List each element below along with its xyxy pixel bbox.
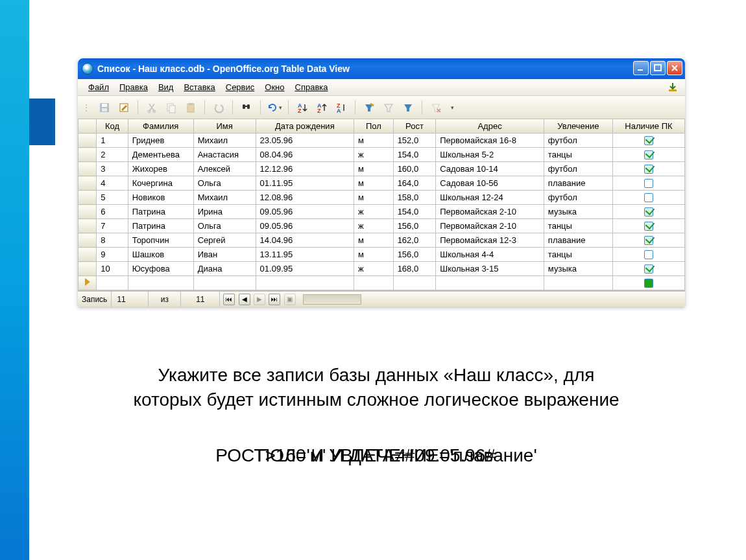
new-record-row[interactable] [78, 276, 685, 290]
cell-hobby[interactable]: плавание [544, 233, 612, 248]
record-number-input[interactable] [115, 294, 144, 305]
col-hobby[interactable]: Увлечение [544, 119, 612, 134]
cell-dob[interactable]: 14.04.96 [256, 233, 354, 248]
cell-addr[interactable]: Школьная 12-24 [436, 191, 544, 205]
cell-height[interactable]: 160,0 [393, 162, 436, 176]
cell-addr[interactable]: Садовая 10-56 [436, 176, 544, 191]
maximize-button[interactable] [650, 61, 666, 75]
cell-pc[interactable] [612, 219, 684, 233]
table-row[interactable]: 2ДементьеваАнастасия08.04.96ж154,0Школьн… [78, 148, 685, 162]
cell-addr[interactable]: Школьная 3-15 [436, 262, 544, 276]
cell-height[interactable]: 154,0 [393, 205, 436, 219]
cell-hobby[interactable]: музыка [544, 205, 612, 219]
checkbox-icon[interactable] [644, 264, 653, 274]
col-height[interactable]: Рост [393, 119, 436, 134]
cell-lname[interactable]: Шашков [128, 248, 193, 262]
cell-fname[interactable]: Ольга [193, 176, 256, 191]
autofilter-icon[interactable] [361, 99, 378, 116]
cell-sex[interactable]: ж [354, 205, 394, 219]
cell-sex[interactable]: м [354, 162, 394, 176]
prev-record-icon[interactable]: ◀ [239, 294, 250, 305]
cell-addr[interactable]: Садовая 10-14 [436, 162, 544, 176]
cell-addr[interactable]: Первомайская 2-10 [436, 219, 544, 233]
cell-pc[interactable] [612, 148, 684, 162]
cell-id[interactable]: 5 [97, 191, 128, 205]
table-row[interactable]: 1ГридневМихаил23.05.96м152,0Первомайская… [78, 134, 685, 148]
cell-hobby[interactable]: танцы [544, 219, 612, 233]
checkbox-icon[interactable] [644, 279, 653, 288]
refresh-icon[interactable] [266, 99, 283, 116]
cell-pc[interactable] [612, 262, 684, 276]
corner-cell[interactable] [78, 119, 97, 134]
header-row[interactable]: Код Фамилия Имя Дата рождения Пол Рост А… [78, 119, 685, 134]
find-icon[interactable] [238, 99, 255, 116]
cell-id[interactable]: 10 [97, 262, 128, 276]
checkbox-icon[interactable] [644, 150, 653, 159]
cell-fname[interactable]: Михаил [193, 191, 256, 205]
table-row[interactable]: 3ЖихоревАлексей12.12.96м160,0Садовая 10-… [78, 162, 685, 176]
cell-lname[interactable]: Новиков [128, 191, 193, 205]
cell-pc[interactable] [612, 162, 684, 176]
cell-height[interactable]: 156,0 [393, 219, 436, 233]
toolbar-more-icon[interactable] [447, 99, 456, 116]
row-selector[interactable] [78, 162, 97, 176]
cell-fname[interactable]: Диана [193, 262, 256, 276]
cell-fname[interactable]: Сергей [193, 233, 256, 248]
cell-hobby[interactable]: футбол [544, 162, 612, 176]
edit-icon[interactable] [115, 99, 132, 116]
cell-lname[interactable]: Торопчин [128, 233, 193, 248]
cell-height[interactable]: 156,0 [393, 248, 436, 262]
col-addr[interactable]: Адрес [436, 119, 544, 134]
cell-dob[interactable]: 12.08.96 [256, 191, 354, 205]
cell-addr[interactable]: Школьная 4-4 [436, 248, 544, 262]
row-selector[interactable] [78, 176, 97, 191]
cell-sex[interactable]: м [354, 191, 394, 205]
cell-sex[interactable]: м [354, 233, 394, 248]
cell-sex[interactable]: м [354, 134, 394, 148]
last-record-icon[interactable]: ⏭ [269, 294, 280, 305]
download-icon[interactable] [667, 82, 679, 93]
checkbox-icon[interactable] [644, 179, 653, 188]
menu-edit[interactable]: Правка [115, 80, 152, 94]
title-bar[interactable]: Список - Наш класс.odb - OpenOffice.org … [78, 58, 685, 79]
table-row[interactable]: 5НовиковМихаил12.08.96м158,0Школьная 12-… [78, 191, 685, 205]
cell-lname[interactable]: Патрина [128, 219, 193, 233]
row-selector[interactable] [78, 219, 97, 233]
cell-dob[interactable]: 23.05.96 [256, 134, 354, 148]
cell-pc[interactable] [612, 233, 684, 248]
h-scrollbar[interactable] [303, 294, 361, 305]
checkbox-icon[interactable] [644, 193, 653, 202]
col-id[interactable]: Код [97, 119, 128, 134]
cell-height[interactable]: 162,0 [393, 233, 436, 248]
cell-addr[interactable]: Первомайская 2-10 [436, 205, 544, 219]
sort-asc-icon[interactable]: AZ [294, 99, 311, 116]
cell-id[interactable]: 2 [97, 148, 128, 162]
cell-dob[interactable]: 13.11.95 [256, 248, 354, 262]
cell-lname[interactable]: Патрина [128, 205, 193, 219]
col-sex[interactable]: Пол [354, 119, 394, 134]
cell-height[interactable]: 168,0 [393, 262, 436, 276]
cell-hobby[interactable]: футбол [544, 191, 612, 205]
menu-insert[interactable]: Вставка [180, 80, 219, 94]
checkbox-icon[interactable] [644, 136, 653, 145]
checkbox-icon[interactable] [644, 250, 653, 259]
cell-lname[interactable]: Жихорев [128, 162, 193, 176]
cell-hobby[interactable]: футбол [544, 134, 612, 148]
cell-lname[interactable]: Юсуфова [128, 262, 193, 276]
cell-fname[interactable]: Ольга [193, 219, 256, 233]
table-row[interactable]: 10ЮсуфоваДиана01.09.95ж168,0Школьная 3-1… [78, 262, 685, 276]
cell-fname[interactable]: Алексей [193, 162, 256, 176]
table-row[interactable]: 6ПатринаИрина09.05.96ж154,0Первомайская … [78, 205, 685, 219]
cell-pc[interactable] [612, 176, 684, 191]
cell-pc[interactable] [612, 248, 684, 262]
cell-pc[interactable] [612, 191, 684, 205]
row-selector[interactable] [78, 134, 97, 148]
checkbox-icon[interactable] [644, 207, 653, 216]
cell-sex[interactable]: м [354, 248, 394, 262]
cell-id[interactable]: 7 [97, 219, 128, 233]
cell-id[interactable]: 4 [97, 176, 128, 191]
cell-dob[interactable]: 01.09.95 [256, 262, 354, 276]
new-record-icon[interactable]: ▣ [284, 294, 296, 305]
save-icon[interactable] [96, 99, 113, 116]
cell-sex[interactable]: ж [354, 262, 394, 276]
